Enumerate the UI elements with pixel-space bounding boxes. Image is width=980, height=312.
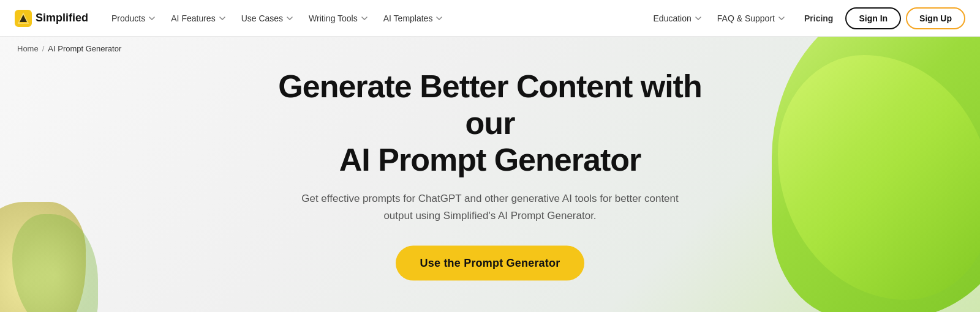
main-area: Home / AI Prompt Generator Generate Bett… [0,37,980,312]
hero-title-line2: AI Prompt Generator [339,141,641,177]
blob-green-left [12,214,98,312]
sign-up-button[interactable]: Sign Up [906,7,965,29]
hero-title: Generate Better Content with our AI Prom… [251,69,729,178]
breadcrumb-home[interactable]: Home [17,44,39,53]
nav-label-use-cases: Use Cases [241,13,283,23]
navbar: Simplified Products AI Features Use Case… [0,0,980,37]
hero-title-line1: Generate Better Content with our [278,69,701,141]
nav-label-faq-support: FAQ & Support [717,13,775,23]
pricing-link[interactable]: Pricing [797,10,840,27]
nav-label-ai-features: AI Features [171,13,215,23]
breadcrumb-separator: / [42,44,45,53]
nav-label-writing-tools: Writing Tools [309,13,358,23]
nav-item-education[interactable]: Education [647,10,709,27]
cta-button[interactable]: Use the Prompt Generator [396,245,585,280]
sign-in-button[interactable]: Sign In [845,7,901,29]
logo-icon [15,10,32,27]
logo-text: Simplified [36,12,88,24]
nav-label-products: Products [111,13,145,23]
nav-label-education: Education [654,13,692,23]
nav-links: Products AI Features Use Cases Writing T… [105,10,647,27]
hero-content: Generate Better Content with our AI Prom… [251,69,729,281]
nav-item-ai-templates[interactable]: AI Templates [377,10,450,27]
nav-item-faq-support[interactable]: FAQ & Support [711,10,792,27]
chevron-down-icon [435,14,443,23]
chevron-down-icon [285,14,294,23]
chevron-down-icon [694,14,703,23]
chevron-down-icon [218,14,227,23]
chevron-down-icon [360,14,369,23]
breadcrumb: Home / AI Prompt Generator [17,44,121,53]
nav-item-writing-tools[interactable]: Writing Tools [303,10,375,27]
hero-subtitle: Get effective prompts for ChatGPT and ot… [300,190,680,223]
breadcrumb-current: AI Prompt Generator [48,44,121,53]
nav-right: Education FAQ & Support Pricing Sign In … [647,7,965,29]
logo[interactable]: Simplified [15,10,88,27]
nav-item-ai-features[interactable]: AI Features [165,10,232,27]
nav-right-links: Education FAQ & Support [647,10,792,27]
chevron-down-icon [777,14,786,23]
nav-label-ai-templates: AI Templates [383,13,433,23]
nav-item-products[interactable]: Products [105,10,162,27]
chevron-down-icon [148,14,156,23]
nav-item-use-cases[interactable]: Use Cases [235,10,300,27]
